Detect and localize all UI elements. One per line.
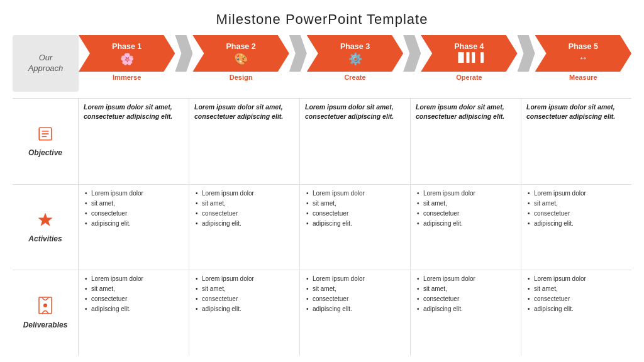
objective-label-cell: Objective	[13, 99, 79, 184]
phase-4: Phase 4 ▐▌▌▌▐ Operate	[421, 35, 517, 92]
phase-5-sublabel: Measure	[569, 74, 597, 81]
phase-3: Phase 3 ⚙️ Create	[307, 35, 403, 92]
phase-4-sublabel: Operate	[456, 74, 482, 81]
list-item: Lorem ipsum dolor	[305, 189, 405, 199]
phase-1: Phase 1 🌸 Immerse	[79, 35, 175, 92]
list-item: Lorem ipsum dolor	[194, 274, 294, 284]
list-item: Lorem ipsum dolor	[194, 189, 294, 199]
activities-cell-5: Lorem ipsum dolor sit amet, consectetuer…	[521, 185, 631, 270]
objective-text-3: Lorem ipsum dolor sit amet, consectetuer…	[305, 102, 405, 121]
activities-cell-4: Lorem ipsum dolor sit amet, consectetuer…	[411, 185, 521, 270]
phase-2-icon: 🎨	[234, 52, 248, 66]
phase-1-arrow: Phase 1 🌸	[79, 35, 175, 72]
activities-list-1: Lorem ipsum dolor sit amet, consectetuer…	[84, 189, 184, 229]
deliverables-label: Deliverables	[23, 321, 68, 329]
list-item: sit amet,	[305, 284, 405, 294]
list-item: consectetuer	[84, 294, 184, 304]
list-item: sit amet,	[84, 199, 184, 209]
page: Milestone PowerPoint Template OurApproac…	[0, 0, 644, 362]
list-item: Lorem ipsum dolor	[526, 274, 626, 284]
list-item: consectetuer	[194, 294, 294, 304]
list-item: adipiscing elit.	[194, 304, 294, 314]
phase-4-label: Phase 4	[454, 42, 484, 51]
phase-5-label: Phase 5	[569, 42, 598, 51]
objective-cell-4: Lorem ipsum dolor sit amet, consectetuer…	[411, 99, 521, 184]
deliverables-cell-2: Lorem ipsum dolor sit amet, consectetuer…	[189, 270, 300, 356]
phase-2-label: Phase 2	[226, 42, 255, 51]
svg-point-5	[43, 304, 47, 307]
phase-2-arrow: Phase 2 🎨	[192, 35, 289, 72]
list-item: adipiscing elit.	[305, 304, 405, 314]
activities-icon	[37, 212, 53, 232]
objective-cell-3: Lorem ipsum dolor sit amet, consectetuer…	[300, 99, 411, 184]
list-item: consectetuer	[416, 209, 516, 219]
sep-3	[403, 35, 421, 72]
objective-row: Objective Lorem ipsum dolor sit amet, co…	[13, 99, 631, 185]
list-item: adipiscing elit.	[416, 304, 516, 314]
list-item: Lorem ipsum dolor	[84, 189, 184, 199]
phase-2-sublabel: Design	[230, 74, 253, 81]
phase-5-icon: ↔	[579, 52, 588, 63]
phase-5-arrow: Phase 5 ↔	[535, 35, 631, 72]
objective-text-4: Lorem ipsum dolor sit amet, consectetuer…	[416, 102, 516, 121]
activities-list-4: Lorem ipsum dolor sit amet, consectetuer…	[416, 189, 516, 229]
list-item: sit amet,	[194, 199, 294, 209]
deliverables-icon	[38, 297, 53, 318]
phase-4-arrow: Phase 4 ▐▌▌▌▐	[421, 35, 517, 72]
activities-cell-1: Lorem ipsum dolor sit amet, consectetuer…	[79, 185, 189, 270]
list-item: sit amet,	[416, 199, 516, 209]
approach-label: OurApproach	[13, 35, 79, 92]
list-item: consectetuer	[84, 209, 184, 219]
page-title: Milestone PowerPoint Template	[13, 11, 631, 28]
table-section: Objective Lorem ipsum dolor sit amet, co…	[13, 98, 631, 356]
phase-4-icon: ▐▌▌▌▐	[455, 52, 484, 62]
list-item: Lorem ipsum dolor	[305, 274, 405, 284]
activities-list-2: Lorem ipsum dolor sit amet, consectetuer…	[194, 189, 294, 229]
sep-1	[175, 35, 192, 72]
arrow-section: OurApproach Phase 1 🌸 Immerse Phase 2 🎨	[13, 35, 631, 92]
deliverables-cells: Lorem ipsum dolor sit amet, consectetuer…	[79, 270, 631, 356]
phase-3-arrow: Phase 3 ⚙️	[307, 35, 403, 72]
list-item: adipiscing elit.	[526, 219, 626, 229]
sep-2	[289, 35, 307, 72]
list-item: consectetuer	[305, 209, 405, 219]
phase-1-icon: 🌸	[120, 52, 134, 66]
deliverables-label-cell: Deliverables	[13, 270, 79, 356]
list-item: sit amet,	[526, 199, 626, 209]
list-item: Lorem ipsum dolor	[416, 189, 516, 199]
list-item: consectetuer	[416, 294, 516, 304]
activities-cells: Lorem ipsum dolor sit amet, consectetuer…	[79, 185, 631, 270]
deliverables-list-3: Lorem ipsum dolor sit amet, consectetuer…	[305, 274, 405, 314]
list-item: consectetuer	[305, 294, 405, 304]
activities-list-3: Lorem ipsum dolor sit amet, consectetuer…	[305, 189, 405, 229]
activities-list-5: Lorem ipsum dolor sit amet, consectetuer…	[526, 189, 626, 229]
objective-label: Objective	[28, 148, 62, 157]
deliverables-cell-1: Lorem ipsum dolor sit amet, consectetuer…	[79, 270, 189, 356]
list-item: sit amet,	[526, 284, 626, 294]
list-item: Lorem ipsum dolor	[84, 274, 184, 284]
phase-2: Phase 2 🎨 Design	[192, 35, 289, 92]
activities-cell-2: Lorem ipsum dolor sit amet, consectetuer…	[189, 185, 300, 270]
list-item: sit amet,	[194, 284, 294, 294]
objective-cell-5: Lorem ipsum dolor sit amet, consectetuer…	[521, 99, 631, 184]
list-item: adipiscing elit.	[84, 304, 184, 314]
objective-icon	[37, 126, 53, 146]
activities-row: Activities Lorem ipsum dolor sit amet, c…	[13, 185, 631, 271]
list-item: adipiscing elit.	[416, 219, 516, 229]
deliverables-cell-5: Lorem ipsum dolor sit amet, consectetuer…	[521, 270, 631, 356]
objective-cells: Lorem ipsum dolor sit amet, consectetuer…	[79, 99, 631, 184]
list-item: consectetuer	[526, 209, 626, 219]
sep-4	[518, 35, 535, 72]
objective-cell-2: Lorem ipsum dolor sit amet, consectetuer…	[189, 99, 300, 184]
activities-cell-3: Lorem ipsum dolor sit amet, consectetuer…	[300, 185, 411, 270]
deliverables-list-1: Lorem ipsum dolor sit amet, consectetuer…	[84, 274, 184, 314]
objective-text-2: Lorem ipsum dolor sit amet, consectetuer…	[194, 102, 294, 121]
list-item: adipiscing elit.	[526, 304, 626, 314]
phase-3-icon: ⚙️	[348, 52, 362, 66]
list-item: consectetuer	[526, 294, 626, 304]
deliverables-list-2: Lorem ipsum dolor sit amet, consectetuer…	[194, 274, 294, 314]
phase-1-sublabel: Immerse	[113, 74, 141, 81]
objective-text-1: Lorem ipsum dolor sit amet, consectetuer…	[84, 102, 184, 121]
list-item: sit amet,	[305, 199, 405, 209]
list-item: sit amet,	[84, 284, 184, 294]
